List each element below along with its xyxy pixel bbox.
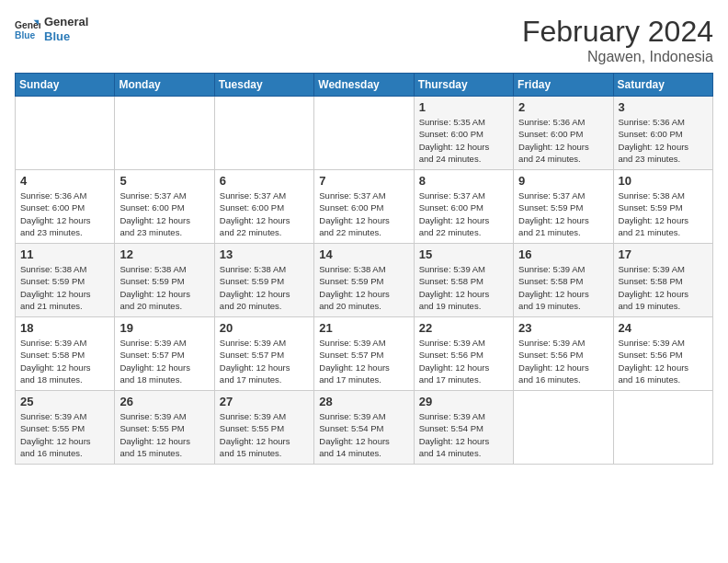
calendar-cell: 19Sunrise: 5:39 AM Sunset: 5:57 PM Dayli… (115, 317, 214, 391)
calendar-table: SundayMondayTuesdayWednesdayThursdayFrid… (15, 73, 713, 465)
calendar-cell: 15Sunrise: 5:39 AM Sunset: 5:58 PM Dayli… (414, 244, 513, 317)
cell-info: Sunrise: 5:39 AM Sunset: 5:55 PM Dayligh… (20, 410, 109, 459)
cell-info: Sunrise: 5:39 AM Sunset: 5:58 PM Dayligh… (419, 263, 508, 312)
day-number: 16 (518, 247, 608, 261)
calendar-cell: 1Sunrise: 5:35 AM Sunset: 6:00 PM Daylig… (414, 97, 513, 170)
logo-line1: General (44, 15, 88, 29)
cell-info: Sunrise: 5:38 AM Sunset: 5:59 PM Dayligh… (220, 263, 309, 312)
calendar-cell: 5Sunrise: 5:37 AM Sunset: 6:00 PM Daylig… (115, 170, 214, 244)
cell-info: Sunrise: 5:39 AM Sunset: 5:56 PM Dayligh… (518, 337, 608, 385)
day-number: 14 (319, 247, 408, 261)
day-header-wednesday: Wednesday (314, 74, 414, 97)
calendar-cell: 16Sunrise: 5:39 AM Sunset: 5:58 PM Dayli… (514, 244, 613, 317)
day-number: 23 (518, 321, 608, 335)
day-number: 6 (220, 174, 309, 188)
day-number: 28 (319, 395, 408, 408)
cell-info: Sunrise: 5:39 AM Sunset: 5:54 PM Dayligh… (319, 410, 408, 459)
page-header: General Blue General Blue February 2024 … (15, 15, 713, 65)
calendar-cell: 18Sunrise: 5:39 AM Sunset: 5:58 PM Dayli… (16, 317, 115, 391)
cell-info: Sunrise: 5:38 AM Sunset: 5:59 PM Dayligh… (319, 263, 408, 312)
day-number: 15 (419, 247, 508, 261)
week-row-5: 25Sunrise: 5:39 AM Sunset: 5:55 PM Dayli… (16, 391, 713, 465)
cell-info: Sunrise: 5:35 AM Sunset: 6:00 PM Dayligh… (419, 116, 508, 165)
cell-info: Sunrise: 5:39 AM Sunset: 5:58 PM Dayligh… (20, 337, 109, 385)
day-number: 9 (518, 174, 608, 188)
cell-info: Sunrise: 5:37 AM Sunset: 6:00 PM Dayligh… (319, 190, 408, 238)
calendar-cell: 11Sunrise: 5:38 AM Sunset: 5:59 PM Dayli… (16, 244, 115, 317)
calendar-cell: 20Sunrise: 5:39 AM Sunset: 5:57 PM Dayli… (214, 317, 313, 391)
day-number: 8 (419, 174, 508, 188)
day-number: 4 (20, 174, 109, 188)
calendar-cell: 26Sunrise: 5:39 AM Sunset: 5:55 PM Dayli… (115, 391, 214, 465)
day-number: 25 (20, 395, 109, 408)
calendar-cell (214, 97, 313, 170)
cell-info: Sunrise: 5:39 AM Sunset: 5:56 PM Dayligh… (419, 337, 508, 385)
cell-info: Sunrise: 5:39 AM Sunset: 5:56 PM Dayligh… (619, 337, 708, 385)
calendar-cell (314, 97, 414, 170)
day-number: 20 (220, 321, 309, 335)
cell-info: Sunrise: 5:37 AM Sunset: 5:59 PM Dayligh… (518, 190, 608, 238)
calendar-cell: 23Sunrise: 5:39 AM Sunset: 5:56 PM Dayli… (514, 317, 613, 391)
calendar-cell: 7Sunrise: 5:37 AM Sunset: 6:00 PM Daylig… (314, 170, 414, 244)
calendar-cell: 6Sunrise: 5:37 AM Sunset: 6:00 PM Daylig… (214, 170, 313, 244)
cell-info: Sunrise: 5:39 AM Sunset: 5:54 PM Dayligh… (419, 410, 508, 459)
cell-info: Sunrise: 5:38 AM Sunset: 5:59 PM Dayligh… (119, 263, 209, 312)
cell-info: Sunrise: 5:36 AM Sunset: 6:00 PM Dayligh… (20, 190, 109, 238)
calendar-cell: 24Sunrise: 5:39 AM Sunset: 5:56 PM Dayli… (613, 317, 712, 391)
cell-info: Sunrise: 5:39 AM Sunset: 5:55 PM Dayligh… (220, 410, 309, 459)
week-row-2: 4Sunrise: 5:36 AM Sunset: 6:00 PM Daylig… (16, 170, 713, 244)
cell-info: Sunrise: 5:39 AM Sunset: 5:58 PM Dayligh… (518, 263, 608, 312)
day-number: 10 (619, 174, 708, 188)
svg-text:Blue: Blue (15, 30, 36, 40)
calendar-cell: 10Sunrise: 5:38 AM Sunset: 5:59 PM Dayli… (613, 170, 712, 244)
day-number: 29 (419, 395, 508, 408)
day-number: 24 (619, 321, 708, 335)
calendar-cell (613, 391, 712, 465)
day-number: 2 (518, 100, 608, 114)
day-number: 1 (419, 100, 508, 114)
calendar-cell (514, 391, 613, 465)
cell-info: Sunrise: 5:39 AM Sunset: 5:55 PM Dayligh… (119, 410, 209, 459)
calendar-cell: 4Sunrise: 5:36 AM Sunset: 6:00 PM Daylig… (16, 170, 115, 244)
cell-info: Sunrise: 5:38 AM Sunset: 5:59 PM Dayligh… (20, 263, 109, 312)
day-header-friday: Friday (514, 74, 613, 97)
cell-info: Sunrise: 5:39 AM Sunset: 5:57 PM Dayligh… (119, 337, 209, 385)
day-number: 11 (20, 247, 109, 261)
calendar-cell: 9Sunrise: 5:37 AM Sunset: 5:59 PM Daylig… (514, 170, 613, 244)
week-row-3: 11Sunrise: 5:38 AM Sunset: 5:59 PM Dayli… (16, 244, 713, 317)
day-number: 21 (319, 321, 408, 335)
logo: General Blue General Blue (15, 15, 88, 43)
day-header-thursday: Thursday (414, 74, 513, 97)
week-row-1: 1Sunrise: 5:35 AM Sunset: 6:00 PM Daylig… (16, 97, 713, 170)
cell-info: Sunrise: 5:38 AM Sunset: 5:59 PM Dayligh… (619, 190, 708, 238)
cell-info: Sunrise: 5:37 AM Sunset: 6:00 PM Dayligh… (220, 190, 309, 238)
day-number: 3 (619, 100, 708, 114)
cell-info: Sunrise: 5:39 AM Sunset: 5:58 PM Dayligh… (619, 263, 708, 312)
calendar-cell: 8Sunrise: 5:37 AM Sunset: 6:00 PM Daylig… (414, 170, 513, 244)
calendar-cell: 3Sunrise: 5:36 AM Sunset: 6:00 PM Daylig… (613, 97, 712, 170)
day-number: 7 (319, 174, 408, 188)
calendar-cell: 22Sunrise: 5:39 AM Sunset: 5:56 PM Dayli… (414, 317, 513, 391)
calendar-cell: 27Sunrise: 5:39 AM Sunset: 5:55 PM Dayli… (214, 391, 313, 465)
cell-info: Sunrise: 5:39 AM Sunset: 5:57 PM Dayligh… (319, 337, 408, 385)
day-number: 19 (119, 321, 209, 335)
day-header-tuesday: Tuesday (214, 74, 313, 97)
calendar-cell (16, 97, 115, 170)
location: Ngawen, Indonesia (522, 49, 713, 65)
calendar-cell (115, 97, 214, 170)
day-number: 17 (619, 247, 708, 261)
day-header-saturday: Saturday (613, 74, 712, 97)
day-number: 27 (220, 395, 309, 408)
calendar-cell: 17Sunrise: 5:39 AM Sunset: 5:58 PM Dayli… (613, 244, 712, 317)
cell-info: Sunrise: 5:37 AM Sunset: 6:00 PM Dayligh… (119, 190, 209, 238)
day-header-sunday: Sunday (16, 74, 115, 97)
calendar-cell: 28Sunrise: 5:39 AM Sunset: 5:54 PM Dayli… (314, 391, 414, 465)
cell-info: Sunrise: 5:39 AM Sunset: 5:57 PM Dayligh… (220, 337, 309, 385)
cell-info: Sunrise: 5:36 AM Sunset: 6:00 PM Dayligh… (619, 116, 708, 165)
calendar-cell: 12Sunrise: 5:38 AM Sunset: 5:59 PM Dayli… (115, 244, 214, 317)
calendar-cell: 29Sunrise: 5:39 AM Sunset: 5:54 PM Dayli… (414, 391, 513, 465)
calendar-cell: 14Sunrise: 5:38 AM Sunset: 5:59 PM Dayli… (314, 244, 414, 317)
day-header-monday: Monday (115, 74, 214, 97)
calendar-cell: 25Sunrise: 5:39 AM Sunset: 5:55 PM Dayli… (16, 391, 115, 465)
day-number: 12 (119, 247, 209, 261)
